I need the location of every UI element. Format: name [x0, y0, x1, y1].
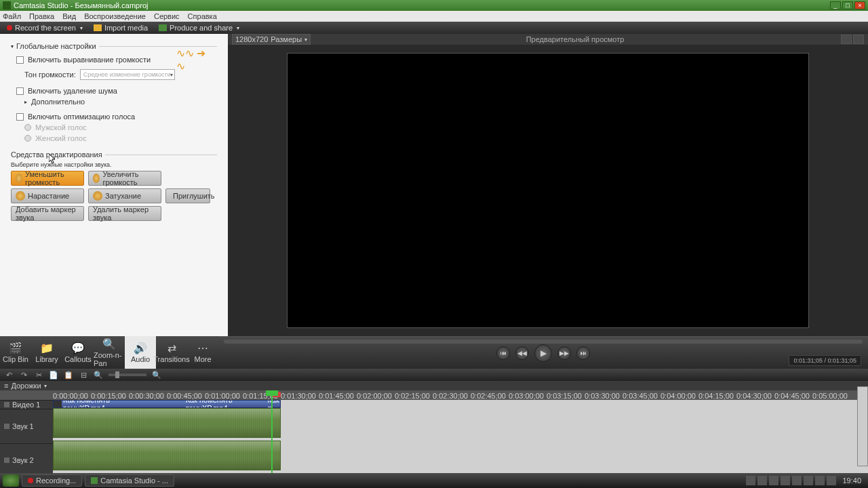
timeline-vscroll[interactable] — [857, 386, 868, 466]
dimensions-selector[interactable]: 868x488 Размеры ▾ — [232, 34, 311, 45]
tab-transitions[interactable]: ⇄Transitions — [156, 336, 187, 369]
noise-removal-checkbox[interactable] — [16, 87, 24, 95]
tab-zoom[interactable]: 🔍Zoom-n-Pan — [94, 336, 125, 369]
tracks-header[interactable]: ≡Дорожки▾ — [0, 381, 868, 390]
volume-leveling-label: Включить выравнивание громкости — [28, 56, 151, 64]
tab-bar: 🎬Clip Bin 📁Library 💬Callouts 🔍Zoom-n-Pan… — [0, 336, 868, 369]
minimize-button[interactable]: _ — [830, 1, 841, 9]
volume-leveling-checkbox[interactable] — [16, 56, 24, 64]
tray-icon[interactable] — [815, 476, 825, 485]
record-icon — [7, 25, 12, 30]
playback-scrubber[interactable] — [224, 340, 863, 344]
fade-in-icon — [16, 191, 25, 201]
tray-icon[interactable] — [792, 476, 802, 485]
menu-help[interactable]: Справка — [188, 12, 217, 20]
menu-bar: Файл Правка Вид Воспроизведение Сервис С… — [0, 11, 868, 22]
zoom-out-button[interactable]: 🔍 — [94, 370, 103, 380]
video-clip[interactable]: Как поменять темуXP.mp4Как поменять тему… — [53, 400, 281, 408]
produce-share-button[interactable]: Produce and share▾ — [155, 22, 243, 33]
tone-combo[interactable]: Среднее изменение громкости — [80, 69, 175, 80]
left-panel: ▾Глобальные настройки Включить выравнива… — [0, 34, 228, 336]
playhead[interactable] — [271, 390, 273, 477]
more-icon: ⋯ — [195, 342, 210, 354]
delete-marker-button[interactable]: Удалить маркер звука — [88, 206, 161, 221]
track-video-1[interactable]: Видео 1 — [0, 400, 53, 409]
menu-edit[interactable]: Правка — [29, 12, 54, 20]
taskbar-clock[interactable]: 19:40 — [838, 476, 865, 485]
edit-tools-hint: Выберите нужные настройки звука. — [11, 161, 217, 168]
record-screen-button[interactable]: Record the screen▾ — [3, 22, 87, 33]
menu-service[interactable]: Сервис — [154, 12, 180, 20]
windows-taskbar: Recording... Camtasia Studio - ... 19:40 — [0, 473, 868, 488]
zoom-in-button[interactable]: 🔍 — [152, 370, 161, 380]
cut-button[interactable]: ✂ — [34, 370, 43, 380]
edit-tools-header: Средства редактирования — [11, 150, 217, 159]
add-marker-button[interactable]: Добавить маркер звука — [11, 206, 84, 221]
preview-panel: 868x488 Размеры ▾ Предварительный просм… — [228, 34, 868, 336]
timeline-area[interactable]: 0:00:00;000:00:15;000:00:30;000:00:45;00… — [53, 390, 868, 477]
tab-library[interactable]: 📁Library — [31, 336, 62, 369]
prev-button[interactable]: ⏮ — [496, 346, 510, 360]
taskbar-recording[interactable]: Recording... — [22, 474, 82, 487]
tray-icon[interactable] — [804, 476, 813, 485]
split-button[interactable]: ⊟ — [79, 370, 88, 380]
taskbar-camtasia[interactable]: Camtasia Studio - ... — [85, 474, 174, 487]
import-media-button[interactable]: Import media — [90, 22, 152, 33]
voice-optimize-label: Включить оптимизацию голоса — [28, 113, 135, 121]
tray-icon[interactable] — [781, 476, 790, 485]
tab-clip-bin[interactable]: 🎬Clip Bin — [0, 336, 31, 369]
tab-callouts[interactable]: 💬Callouts — [62, 336, 94, 369]
mute-button[interactable]: Приглушить — [165, 188, 210, 203]
tray-icon[interactable] — [769, 476, 778, 485]
tone-label: Тон громкости: — [24, 70, 76, 79]
maximize-button[interactable]: □ — [842, 1, 853, 9]
audio-clip-1[interactable] — [53, 408, 281, 438]
volume-down-button[interactable]: Уменьшить громкость — [11, 171, 84, 186]
copy-button[interactable]: 📄 — [49, 370, 58, 380]
preview-option2-button[interactable] — [853, 35, 864, 44]
tab-audio[interactable]: 🔊Audio — [125, 336, 156, 369]
volume-up-icon — [93, 174, 100, 183]
volume-up-button[interactable]: Увеличить громкость — [88, 171, 161, 186]
audio-icon: 🔊 — [133, 342, 148, 354]
paste-button[interactable]: 📋 — [64, 370, 73, 380]
preview-option1-button[interactable] — [841, 35, 852, 44]
advanced-toggle[interactable]: ▸Дополнительно — [24, 98, 217, 106]
app-icon — [3, 1, 11, 9]
share-icon — [159, 24, 167, 31]
redo-button[interactable]: ↷ — [19, 370, 28, 380]
folder-icon — [94, 24, 102, 31]
main-toolbar: Record the screen▾ Import media Produce … — [0, 22, 868, 34]
tray-icon[interactable] — [757, 476, 767, 485]
timecode-display: 0:01:31;05 / 0:01:31;05 — [789, 355, 861, 366]
fade-out-button[interactable]: Затухание — [88, 188, 161, 203]
audio-clip-2[interactable] — [53, 441, 281, 470]
tab-more[interactable]: ⋯More — [187, 336, 218, 369]
undo-button[interactable]: ↶ — [4, 370, 14, 380]
timeline: Видео 1 Звук 1 Звук 2 0:00:00;000:00:15;… — [0, 390, 868, 477]
next-button[interactable]: ⏭ — [576, 346, 590, 360]
male-voice-radio — [24, 124, 31, 131]
app-title: Camtasia Studio - Безымянный.camproj — [14, 1, 148, 9]
waveform-icon: ∿∿ ➜ ∿ — [176, 53, 217, 66]
menu-file[interactable]: Файл — [3, 12, 21, 20]
track-audio-2[interactable]: Звук 2 — [0, 443, 53, 478]
clip-bin-icon: 🎬 — [8, 342, 23, 354]
fade-out-icon — [93, 191, 102, 201]
close-button[interactable]: × — [854, 1, 865, 9]
time-ruler[interactable]: 0:00:00;000:00:15;000:00:30;000:00:45;00… — [53, 390, 868, 400]
step-fwd-button[interactable]: ▶▶ — [557, 346, 571, 360]
step-back-button[interactable]: ◀◀ — [515, 346, 529, 360]
menu-view[interactable]: Вид — [62, 12, 76, 20]
tray-icon[interactable] — [746, 476, 755, 485]
transitions-icon: ⇄ — [164, 342, 179, 354]
start-button[interactable] — [3, 474, 19, 487]
menu-playback[interactable]: Воспроизведение — [84, 12, 146, 20]
fade-in-button[interactable]: Нарастание — [11, 188, 84, 203]
track-audio-1[interactable]: Звук 1 — [0, 409, 53, 443]
tray-icon[interactable] — [827, 476, 836, 485]
play-button[interactable]: ▶ — [534, 344, 552, 362]
voice-optimize-checkbox[interactable] — [16, 113, 24, 121]
zoom-slider[interactable] — [108, 373, 146, 376]
playback-bar: ⏮ ◀◀ ▶ ▶▶ ⏭ 0:01:31;05 / 0:01:31;05 — [218, 336, 868, 369]
